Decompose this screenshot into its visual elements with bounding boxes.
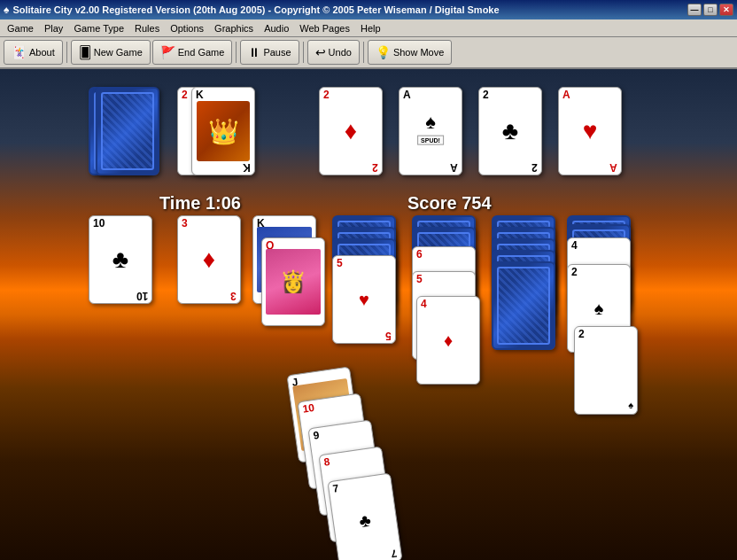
card-value: 2 — [182, 89, 188, 100]
card-value-bottom: 5 — [385, 331, 392, 341]
show-move-button[interactable]: 💡 Show Move — [368, 40, 452, 65]
tableau-5-card-4d[interactable]: 4 ♦ — [416, 296, 480, 385]
undo-label: Undo — [329, 47, 352, 58]
card-suit: ♣ — [358, 510, 372, 533]
card-value-bottom: 2 — [531, 162, 538, 173]
menu-help[interactable]: Help — [355, 19, 386, 36]
end-game-label: End Game — [178, 47, 225, 58]
menu-game[interactable]: Game — [2, 19, 39, 36]
new-game-icon: 🂠 — [79, 45, 91, 59]
card-value: 9 — [313, 430, 320, 441]
card-suit: ♠ — [594, 299, 604, 319]
card-value: 2 — [571, 267, 578, 277]
toolbar-separator-3 — [303, 42, 304, 63]
card-value: 5 — [416, 274, 423, 284]
menu-rules[interactable]: Rules — [129, 19, 165, 36]
card-value: 8 — [323, 456, 330, 468]
menu-graphics[interactable]: Graphics — [209, 19, 259, 36]
end-game-icon: 🚩 — [160, 45, 175, 59]
card-value-bottom: A — [609, 162, 617, 173]
card-value: 3 — [182, 218, 188, 229]
card-suit: ♥ — [583, 117, 598, 145]
maximize-button[interactable]: □ — [703, 4, 718, 16]
card-value: A — [403, 89, 411, 100]
card-suit: ♣ — [112, 245, 128, 274]
card-value-bottom: 3 — [230, 291, 237, 301]
card-value: 6 — [416, 249, 423, 260]
undo-icon: ↩ — [315, 45, 326, 59]
menu-audio[interactable]: Audio — [259, 19, 294, 36]
diagonal-7c[interactable]: 7 ♣ 7 — [327, 472, 402, 560]
menu-options[interactable]: Options — [165, 19, 209, 36]
tableau-3-card-2[interactable]: Q 👸 — [261, 237, 325, 326]
card-value: 10 — [93, 218, 105, 229]
card-value: A — [562, 89, 570, 100]
card-suit: ♦ — [345, 117, 357, 145]
about-button[interactable]: 🃏 About — [4, 40, 63, 65]
card-value: 2 — [578, 329, 585, 339]
stock-pile-2[interactable] — [96, 87, 159, 175]
foundation-1[interactable]: 2 ♦ 2 — [319, 87, 383, 175]
time-display: Time 1:06 — [159, 193, 241, 214]
tableau-4-card-face[interactable]: 5 ♥ 5 — [332, 255, 396, 344]
card-value-bottom: A — [450, 162, 458, 173]
card-value: 5 — [337, 258, 343, 268]
end-game-button[interactable]: 🚩 End Game — [152, 40, 233, 65]
about-label: About — [29, 47, 55, 58]
card-suit: ♦ — [444, 331, 453, 351]
about-icon: 🃏 — [12, 45, 27, 59]
new-game-button[interactable]: 🂠 New Game — [71, 40, 151, 65]
card-value: K — [196, 89, 204, 100]
pause-icon: ⏸ — [248, 45, 260, 59]
show-move-icon: 💡 — [376, 45, 391, 59]
toolbar-separator-1 — [66, 42, 67, 63]
menu-web-pages[interactable]: Web Pages — [294, 19, 355, 36]
new-game-label: New Game — [94, 47, 143, 58]
toolbar: 🃏 About 🂠 New Game 🚩 End Game ⏸ Pause ↩ … — [0, 37, 737, 69]
title-bar: ♠ Solitaire City v2.00 Registered Versio… — [0, 0, 737, 19]
pause-label: Pause — [263, 47, 291, 58]
card-value: 4 — [421, 299, 427, 309]
foundation-4[interactable]: A ♥ A — [558, 87, 622, 175]
card-value: 7 — [332, 483, 339, 494]
card-value-bottom: 7 — [391, 548, 398, 559]
card-value: 2 — [323, 89, 330, 100]
toolbar-separator-2 — [236, 42, 237, 63]
minimize-button[interactable]: — — [687, 4, 702, 16]
card-value-bottom: K — [243, 162, 251, 173]
menu-play[interactable]: Play — [39, 19, 68, 36]
undo-button[interactable]: ↩ Undo — [307, 40, 360, 65]
card-suit: ♣ — [502, 117, 518, 145]
foundation-3[interactable]: 2 ♣ 2 — [478, 87, 542, 175]
title-text: Solitaire City v2.00 Registered Version … — [12, 4, 687, 15]
card-suit: ♦ — [203, 245, 215, 274]
menu-game-type[interactable]: Game Type — [68, 19, 129, 36]
card-value: 2 — [483, 89, 489, 100]
card-value: 10 — [302, 402, 315, 415]
waste-card-king[interactable]: K 👑 K — [191, 87, 255, 175]
tableau-2-card-1[interactable]: 3 ♦ 3 — [177, 215, 241, 304]
menu-bar: Game Play Game Type Rules Options Graphi… — [0, 19, 737, 37]
show-move-label: Show Move — [393, 47, 444, 58]
toolbar-separator-4 — [363, 42, 364, 63]
tableau-1-card-1[interactable]: 10 ♣ 10 — [89, 215, 152, 304]
close-button[interactable]: ✕ — [719, 4, 733, 16]
card-value-bottom: 10 — [136, 291, 148, 301]
pause-button[interactable]: ⏸ Pause — [240, 40, 299, 65]
card-suit: ♥ — [359, 290, 369, 310]
foundation-2[interactable]: A ♠ SPUD! A — [399, 87, 462, 175]
window-controls: — □ ✕ — [687, 4, 733, 16]
game-area[interactable]: Time 1:06 Score 754 2 ♥ 2 K 👑 K 2 ♦ 2 A … — [0, 69, 737, 560]
card-value-bottom: 2 — [372, 162, 378, 173]
tableau-7-card-2s-2[interactable]: 2 ♠ — [574, 326, 638, 415]
score-display: Score 754 — [407, 193, 492, 214]
app-icon: ♠ — [4, 4, 9, 16]
card-value: 4 — [571, 240, 578, 251]
tableau-6-back-5[interactable] — [492, 261, 555, 350]
